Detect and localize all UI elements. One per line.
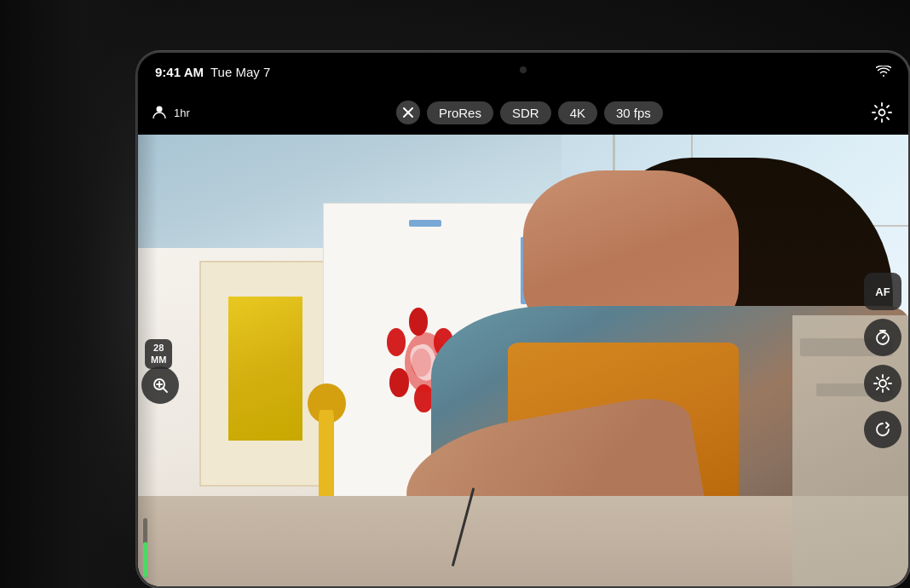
ipad-frame: 28MM AF [136,51,910,588]
framerate-pill[interactable]: 30 fps [604,101,663,124]
wifi-icon [876,66,891,78]
svg-line-16 [877,388,878,389]
reset-button[interactable] [864,411,901,448]
zoom-icon [152,377,169,394]
status-date: Tue May 7 [210,65,270,79]
timer-icon [874,329,891,346]
timer-button[interactable] [864,319,901,356]
settings-button[interactable] [869,100,895,125]
person-icon [152,105,167,120]
svg-point-17 [157,107,163,112]
tape-top [409,220,441,227]
af-label: AF [875,285,890,298]
svg-point-8 [879,380,886,387]
resolution-label: 4K [570,106,585,120]
prores-pill[interactable]: ProRes [427,101,493,124]
status-bar-left: 9:41 AM Tue May 7 [155,65,270,79]
focal-length-value: 28MM [151,343,166,365]
exposure-icon [873,374,892,393]
svg-line-13 [877,378,878,379]
af-button[interactable]: AF [864,273,901,310]
exposure-button[interactable] [864,365,901,402]
artwork-inner [228,297,302,441]
settings-icon [871,101,893,124]
svg-line-1 [164,389,168,393]
close-icon [403,107,413,118]
focal-length-badge[interactable]: 28MM [145,339,172,369]
right-controls: AF [864,273,901,448]
resolution-pill[interactable]: 4K [558,101,597,124]
recording-duration: 1hr [174,107,190,119]
toolbar-center: ProRes SDR 4K 30 fps [396,101,663,124]
svg-point-20 [878,110,884,116]
reset-icon [874,421,891,438]
svg-line-7 [883,336,885,338]
scene-background [138,135,908,586]
svg-line-14 [887,388,889,389]
sdr-label: SDR [512,106,539,120]
screen: 28MM AF [138,53,908,586]
status-time: 9:41 AM [155,65,204,79]
toolbar-left: 1hr [152,105,190,120]
front-camera [520,66,527,73]
framerate-label: 30 fps [616,106,651,120]
status-bar-right [876,66,891,78]
zoom-button[interactable] [141,366,179,404]
level-fill [143,542,147,578]
sdr-pill[interactable]: SDR [500,101,551,124]
prores-label: ProRes [439,106,481,120]
camera-toolbar: 1hr ProRes SDR [138,90,908,135]
close-button[interactable] [396,101,420,124]
camera-viewfinder[interactable]: 28MM AF [138,135,908,586]
level-indicator [143,518,147,578]
svg-line-15 [887,378,889,379]
